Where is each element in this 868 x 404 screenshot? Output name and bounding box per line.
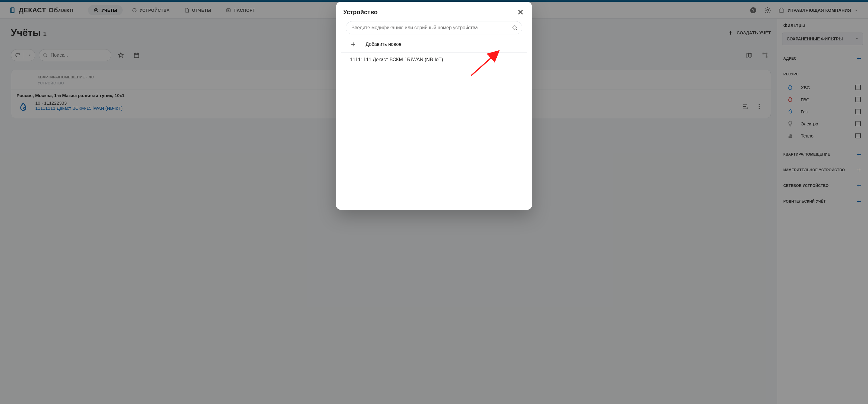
modal-header: Устройство (341, 8, 527, 21)
plus-icon (350, 41, 356, 48)
close-icon[interactable] (516, 8, 525, 16)
modal-overlay[interactable]: Устройство Добавить новое 11111111 Декас… (0, 0, 868, 404)
add-new-label: Добавить новое (366, 41, 401, 47)
add-new-device-button[interactable]: Добавить новое (341, 37, 527, 53)
search-icon[interactable] (512, 25, 518, 31)
device-modal: Устройство Добавить новое 11111111 Декас… (336, 2, 532, 210)
modal-search-input[interactable] (351, 25, 508, 30)
modal-search-box[interactable] (346, 21, 522, 34)
svg-point-18 (513, 26, 516, 29)
modal-title: Устройство (343, 9, 378, 16)
device-list-item[interactable]: 11111111 Декаст ВСКМ-15 iWAN (NB-IoT) (341, 53, 527, 67)
